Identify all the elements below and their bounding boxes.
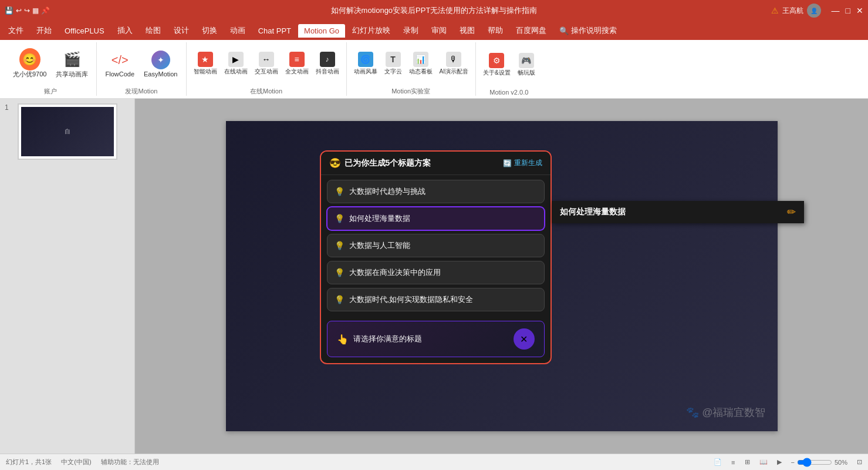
menu-motiongo[interactable]: Motion Go <box>298 24 345 38</box>
user-name: 王高航 <box>782 6 803 16</box>
interact-anim-icon: ↔ <box>258 51 275 68</box>
redo-icon[interactable]: ↪ <box>24 6 30 15</box>
close-btn[interactable]: ✕ <box>856 6 863 15</box>
menu-baidu[interactable]: 百度网盘 <box>510 23 552 38</box>
view-normal[interactable]: 📄 <box>714 458 722 466</box>
more-icon[interactable]: ▦ <box>32 6 39 15</box>
menu-slideshow[interactable]: 幻灯片放映 <box>346 23 396 38</box>
popup-item-2[interactable]: 💡 如何处理海量数据 <box>327 207 545 230</box>
menu-draw[interactable]: 绘图 <box>140 23 167 38</box>
storm-icon: 🌀 <box>357 51 374 68</box>
sharelibrary-label: 共享动画库 <box>56 70 88 79</box>
popup-item-5[interactable]: 💡 大数据时代,如何实现数据隐私和安全 <box>327 288 545 311</box>
funplay-label: 畅玩版 <box>518 69 535 77</box>
canvas-area: 自 小足迹 😎 已为你生成5个标题方案 🔄 重新生成 <box>135 99 868 454</box>
title-bar-icons[interactable]: 💾 ↩ ↪ ▦ 📌 <box>5 6 50 15</box>
popup-item-1-icon: 💡 <box>335 187 345 196</box>
language-info: 中文(中国) <box>61 458 91 466</box>
slide-thumb-1: 1 自 <box>5 103 130 160</box>
menu-design[interactable]: 设计 <box>168 23 195 38</box>
zoom-out-btn[interactable]: − <box>791 459 795 466</box>
menu-help[interactable]: 帮助 <box>482 23 509 38</box>
popup-items-list: 💡 大数据时代趋势与挑战 💡 如何处理海量数据 💡 大数据与人工智能 💡 大数据… <box>321 175 550 316</box>
popup-emoji: 😎 <box>329 157 341 169</box>
menu-file[interactable]: 文件 <box>2 23 29 38</box>
ribbon-btn-dashboard[interactable]: 📊 动态看板 <box>407 50 435 77</box>
flowcode-label: FlowCode <box>105 70 134 78</box>
menu-review[interactable]: 审阅 <box>425 23 452 38</box>
menu-officeplus[interactable]: OfficePLUS <box>59 24 110 38</box>
avatar[interactable]: 👤 <box>807 4 821 18</box>
settings-icon: ⚙ <box>488 52 505 69</box>
title-bar: 💾 ↩ ↪ ▦ 📌 如何解决motiongo安装后PPT无法使用的方法详解与操作… <box>0 0 868 21</box>
popup-item-4[interactable]: 💡 大数据在商业决策中的应用 <box>327 261 545 284</box>
ribbon-group-account-label: 账户 <box>44 85 57 96</box>
sharelibrary-icon: 🎬 <box>62 49 83 70</box>
ribbon-btn-online-anim[interactable]: ▶ 在线动画 <box>222 50 250 77</box>
fit-btn[interactable]: ⊡ <box>857 458 862 466</box>
popup-item-1-text: 大数据时代趋势与挑战 <box>349 186 425 197</box>
menu-search[interactable]: 🔍 操作说明搜索 <box>553 23 623 38</box>
view-present[interactable]: ▶ <box>777 458 782 466</box>
accessibility-info: 辅助功能：无法使用 <box>101 458 159 466</box>
easymotion-label: EasyMotion <box>144 70 177 78</box>
full-anim-label: 全文动画 <box>285 68 309 76</box>
ribbon-btn-sharelibrary[interactable]: 🎬 共享动画库 <box>52 46 92 81</box>
menu-home[interactable]: 开始 <box>31 23 58 38</box>
maximize-btn[interactable]: □ <box>846 6 850 15</box>
ribbon-btn-full-anim[interactable]: ≡ 全文动画 <box>283 50 311 77</box>
ribbon-online-items: ★ 智能动画 ▶ 在线动画 ↔ 交互动画 ≡ 全文动画 <box>191 42 342 85</box>
window-controls[interactable]: — □ ✕ <box>832 6 863 15</box>
ribbon-btn-flowcode[interactable]: </> FlowCode <box>102 47 138 80</box>
undo-icon[interactable]: ↩ <box>16 6 22 15</box>
ribbon-btn-tiktok-anim[interactable]: ♪ 抖音动画 <box>313 50 342 77</box>
slide-thumbnail-1[interactable]: 自 <box>18 103 117 160</box>
popup-regen-btn[interactable]: 🔄 重新生成 <box>503 158 542 168</box>
popup-footer-close-btn[interactable]: ✕ <box>514 328 535 350</box>
menu-chatppt[interactable]: Chat PPT <box>252 24 297 38</box>
ribbon-btn-storm[interactable]: 🌀 动画风暴 <box>352 50 380 77</box>
view-slide-sorter[interactable]: ⊞ <box>745 458 750 466</box>
voice-label: AI演示配音 <box>440 68 468 76</box>
slide-number-1: 1 <box>5 103 14 160</box>
menu-record[interactable]: 录制 <box>397 23 424 38</box>
ribbon-btn-settings[interactable]: ⚙ 关于&设置 <box>481 51 513 78</box>
menu-view[interactable]: 视图 <box>454 23 481 38</box>
popup-item-5-icon: 💡 <box>335 295 345 304</box>
tiktok-anim-icon: ♪ <box>319 51 336 68</box>
popup-item-1[interactable]: 💡 大数据时代趋势与挑战 <box>327 180 545 203</box>
zoom-control[interactable]: − 50% <box>791 458 847 467</box>
ribbon-group-settings: ⚙ 关于&设置 🎮 畅玩版 Motion v2.0.0 <box>476 42 542 96</box>
ribbon-btn-easymotion[interactable]: ✦ EasyMotion <box>140 47 181 80</box>
ribbon-account-items: 😊 尤小优9700 🎬 共享动画库 <box>9 42 92 85</box>
ribbon-btn-interact-anim[interactable]: ↔ 交互动画 <box>252 50 281 77</box>
ribbon-btn-voice[interactable]: 🎙 AI演示配音 <box>437 50 471 77</box>
popup-item-3[interactable]: 💡 大数据与人工智能 <box>327 234 545 257</box>
minimize-btn[interactable]: — <box>832 6 840 15</box>
ribbon-group-settings-label: Motion v2.0.0 <box>489 86 528 96</box>
window-title: 如何解决motiongo安装后PPT无法使用的方法详解与操作指南 <box>331 5 538 16</box>
funplay-icon: 🎮 <box>518 52 535 69</box>
watermark: 🐾 @福瑞宜数智 <box>686 405 765 419</box>
ribbon-group-online-label: 在线Motion <box>250 85 282 96</box>
pin-icon[interactable]: 📌 <box>41 6 50 15</box>
view-reading[interactable]: 📖 <box>759 458 768 466</box>
warning-icon: ⚠ <box>771 6 779 15</box>
search-icon: 🔍 <box>559 26 569 35</box>
menu-transition[interactable]: 切换 <box>196 23 223 38</box>
ribbon-btn-funplay[interactable]: 🎮 畅玩版 <box>515 51 538 78</box>
dashboard-icon: 📊 <box>413 51 429 68</box>
menu-insert[interactable]: 插入 <box>112 23 139 38</box>
zoom-slider[interactable] <box>797 458 832 467</box>
ribbon-btn-wordcloud[interactable]: T 文字云 <box>382 50 404 77</box>
tooltip-edit-icon[interactable]: ✏ <box>787 206 796 219</box>
popup-item-2-text: 如何处理海量数据 <box>349 213 410 224</box>
ribbon-group-discover: </> FlowCode ✦ EasyMotion 发现Motion <box>97 42 186 96</box>
ribbon-group-lab-label: Motion实验室 <box>391 85 430 96</box>
view-outline[interactable]: ≡ <box>731 459 735 466</box>
menu-animation[interactable]: 动画 <box>224 23 251 38</box>
save-icon[interactable]: 💾 <box>5 6 13 15</box>
ribbon-btn-smart-anim[interactable]: ★ 智能动画 <box>191 50 219 77</box>
ribbon-btn-avatar[interactable]: 😊 尤小优9700 <box>9 46 50 81</box>
slide-count-info: 幻灯片1，共1张 <box>6 458 52 466</box>
